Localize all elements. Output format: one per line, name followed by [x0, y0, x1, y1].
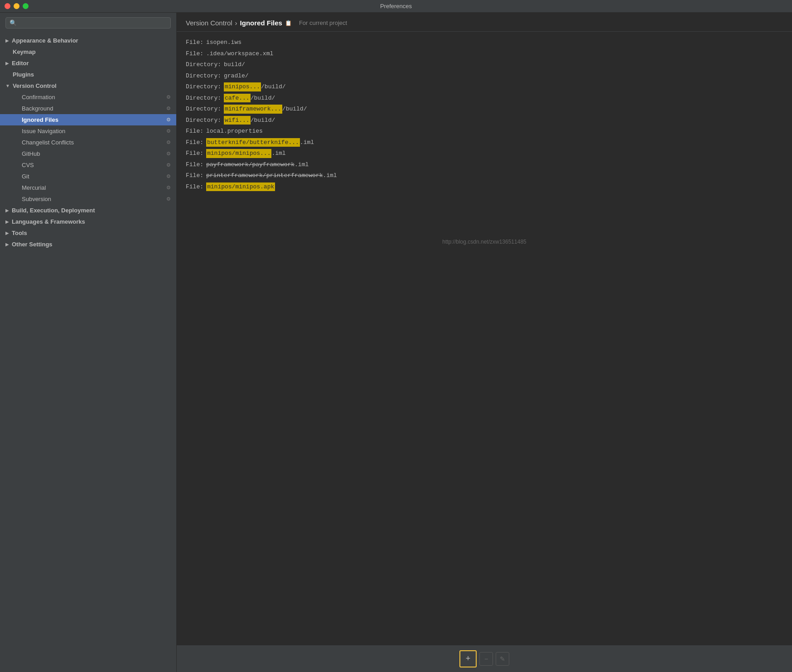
file-path: /build/: [261, 82, 286, 91]
sidebar-item-label: Issue Navigation: [22, 128, 166, 134]
sidebar-item-editor[interactable]: ▶ Editor: [0, 58, 176, 69]
list-item: File: printerframework/printerframework …: [186, 171, 783, 180]
file-path: /build/: [282, 105, 307, 114]
content-panel: Version Control › Ignored Files 📋 For cu…: [177, 13, 792, 672]
sidebar-item-build-execution-deployment[interactable]: ▶ Build, Execution, Deployment: [0, 205, 176, 216]
sidebar-item-changelist-conflicts[interactable]: Changelist Conflicts ⚙: [0, 137, 176, 148]
file-type-label: File:: [186, 138, 203, 147]
search-box[interactable]: 🔍: [5, 17, 171, 29]
remove-button[interactable]: −: [479, 652, 493, 666]
breadcrumb-parent: Version Control: [186, 19, 232, 27]
file-type-label: File:: [186, 182, 203, 192]
sidebar-item-label: Plugins: [13, 71, 171, 78]
config-icon: ⚙: [166, 117, 171, 123]
watermark-text: http://blog.csdn.net/zxw136511485: [186, 230, 783, 254]
sidebar-item-keymap[interactable]: Keymap: [0, 46, 176, 58]
titlebar-buttons: [5, 3, 29, 9]
sidebar-item-languages-frameworks[interactable]: ▶ Languages & Frameworks: [0, 216, 176, 227]
file-path-highlighted: cafe...: [224, 94, 251, 103]
edit-button[interactable]: ✎: [496, 652, 509, 666]
sidebar-item-label: Tools: [12, 230, 171, 236]
minimize-button[interactable]: [14, 3, 19, 9]
sidebar-item-label: Background: [22, 105, 166, 112]
sidebar-item-label: Languages & Frameworks: [12, 218, 171, 225]
file-type-label: File:: [186, 160, 203, 169]
add-icon: +: [466, 654, 471, 663]
sidebar-item-label: Ignored Files: [22, 116, 166, 123]
config-icon: ⚙: [166, 196, 171, 202]
sidebar-item-github[interactable]: GitHub ⚙: [0, 148, 176, 159]
sidebar-item-background[interactable]: Background ⚙: [0, 103, 176, 114]
file-type-label: Directory:: [186, 72, 221, 81]
sidebar-item-mercurial[interactable]: Mercurial ⚙: [0, 182, 176, 193]
list-item: Directory: miniframework... /build/: [186, 105, 783, 114]
list-item: Directory: gradle/: [186, 72, 783, 81]
config-icon: ⚙: [166, 139, 171, 145]
sidebar-item-version-control[interactable]: ▼ Version Control: [0, 80, 176, 91]
arrow-icon: ▶: [5, 242, 9, 247]
window-title: Preferences: [380, 3, 412, 10]
sidebar-item-appearance-behavior[interactable]: ▶ Appearance & Behavior: [0, 35, 176, 46]
sidebar-item-git[interactable]: Git ⚙: [0, 171, 176, 182]
file-path: local.properties: [206, 127, 263, 136]
config-icon: ⚙: [166, 106, 171, 111]
file-type-label: File:: [186, 38, 203, 47]
titlebar: Preferences: [0, 0, 792, 13]
file-path-highlighted: minipos/minipos.apk: [206, 182, 275, 192]
content-header: Version Control › Ignored Files 📋 For cu…: [177, 13, 792, 32]
file-path: .iml: [323, 171, 337, 180]
main-container: 🔍 ▶ Appearance & Behavior Keymap ▶ Edito…: [0, 13, 792, 672]
arrow-icon: ▶: [5, 38, 9, 43]
file-path: printerframework/printerframework: [206, 171, 323, 180]
sidebar-item-label: Subversion: [22, 196, 166, 202]
file-path: /build/: [251, 116, 275, 125]
file-path-highlighted: butterknife/butterknife...: [206, 138, 300, 147]
sidebar-item-label: CVS: [22, 162, 166, 168]
config-icon: ⚙: [166, 162, 171, 168]
list-item: Directory: wifi... /build/: [186, 116, 783, 125]
list-item: File: .idea/workspace.xml: [186, 49, 783, 58]
sidebar-item-label: Confirmation: [22, 94, 166, 101]
file-type-label: Directory:: [186, 105, 221, 114]
list-item: File: minipos/minipos... .iml: [186, 149, 783, 158]
sidebar-item-label: Git: [22, 173, 166, 180]
arrow-icon: ▶: [5, 208, 9, 213]
sidebar-item-label: Changelist Conflicts: [22, 139, 166, 146]
file-path: payframework/payframework: [206, 160, 295, 169]
sidebar-item-issue-navigation[interactable]: Issue Navigation ⚙: [0, 125, 176, 137]
search-icon: 🔍: [10, 19, 17, 26]
sidebar-item-label: Mercurial: [22, 184, 166, 191]
content-body: File: isopen.iws File: .idea/workspace.x…: [177, 32, 792, 645]
list-item: Directory: cafe... /build/: [186, 94, 783, 103]
config-icon: ⚙: [166, 185, 171, 191]
sidebar-item-other-settings[interactable]: ▶ Other Settings: [0, 239, 176, 250]
file-type-label: File:: [186, 127, 203, 136]
search-input[interactable]: [19, 19, 167, 26]
file-path-highlighted: wifi...: [224, 116, 251, 125]
sidebar-item-label: Other Settings: [12, 241, 171, 248]
sidebar-item-label: Version Control: [13, 82, 171, 89]
sidebar-item-plugins[interactable]: Plugins: [0, 69, 176, 80]
edit-icon: ✎: [500, 655, 505, 662]
arrow-icon: ▶: [5, 230, 9, 235]
sidebar-item-cvs[interactable]: CVS ⚙: [0, 159, 176, 171]
list-item: File: minipos/minipos.apk: [186, 182, 783, 192]
config-icon: ⚙: [166, 173, 171, 179]
sidebar-item-subversion[interactable]: Subversion ⚙: [0, 193, 176, 205]
file-path: .iml: [295, 160, 309, 169]
sidebar-item-ignored-files[interactable]: Ignored Files ⚙: [0, 114, 176, 125]
file-path: .iml: [300, 138, 314, 147]
breadcrumb-separator: ›: [235, 19, 237, 27]
file-type-label: Directory:: [186, 60, 221, 69]
file-path-highlighted: minipos/minipos...: [206, 149, 271, 158]
sidebar-item-label: Keymap: [13, 48, 171, 55]
sidebar-item-label: Appearance & Behavior: [12, 37, 171, 44]
file-path: build/: [224, 60, 245, 69]
list-item: File: payframework/payframework .iml: [186, 160, 783, 169]
sidebar-item-confirmation[interactable]: Confirmation ⚙: [0, 91, 176, 103]
add-button[interactable]: +: [459, 650, 477, 667]
maximize-button[interactable]: [23, 3, 29, 9]
list-item: Directory: minipos... /build/: [186, 82, 783, 91]
close-button[interactable]: [5, 3, 10, 9]
sidebar-item-tools[interactable]: ▶ Tools: [0, 227, 176, 239]
